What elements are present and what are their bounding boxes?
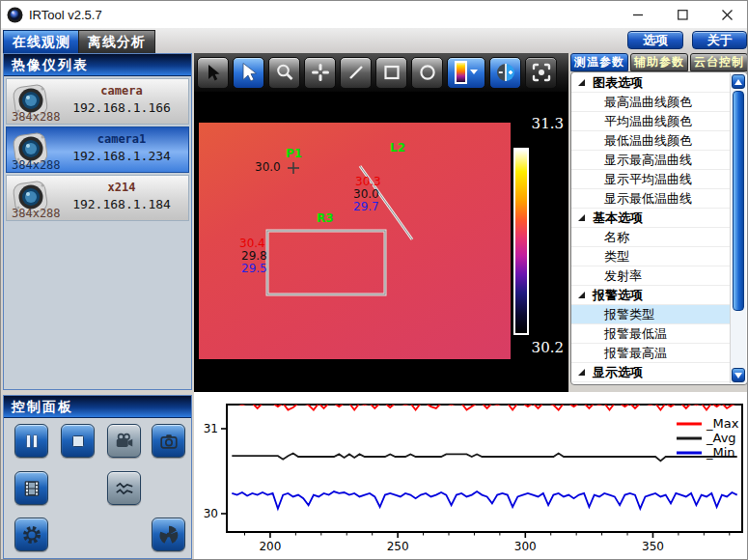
camera-list-panel: 热像仪列表 camera 192.168.1.166 384x288 bbox=[3, 53, 192, 390]
thermal-image[interactable]: P1 30.0 L2 30.3 30.0 29.7 R3 30.4 29.8 2… bbox=[199, 123, 511, 359]
scroll-down-button[interactable] bbox=[732, 368, 745, 382]
options-button[interactable]: 选项 bbox=[627, 31, 683, 49]
point-measure-button[interactable] bbox=[304, 57, 336, 89]
tree-item[interactable]: 最低温曲线颜色 bbox=[571, 131, 730, 151]
settings-gear-icon bbox=[20, 523, 43, 546]
about-button[interactable]: 关于 bbox=[692, 31, 747, 49]
ellipse-measure-button[interactable] bbox=[411, 57, 443, 89]
point-marker-temp: 30.0 bbox=[255, 161, 281, 173]
expanded-triangle-icon bbox=[578, 292, 585, 298]
window-title: IRTool v2.5.7 bbox=[29, 8, 102, 22]
tab-measure-params[interactable]: 测温参数 bbox=[570, 53, 628, 71]
tab-aux-params[interactable]: 辅助参数 bbox=[630, 53, 688, 71]
control-panel-header: 控制面板 bbox=[4, 396, 191, 418]
arrow-down-icon bbox=[734, 373, 742, 378]
line-measure-button[interactable] bbox=[340, 57, 372, 89]
video-file-icon bbox=[21, 478, 42, 499]
tree-item[interactable]: 报警类型 bbox=[571, 305, 730, 324]
tree-item[interactable]: 发射率 bbox=[571, 266, 730, 286]
rect-marker-min: 29.5 bbox=[241, 263, 267, 274]
maximize-icon bbox=[678, 10, 686, 18]
parameter-tree: 图表选项最高温曲线颜色平均温曲线颜色最低温曲线颜色显示最高温曲线显示平均温曲线显… bbox=[571, 73, 730, 384]
shutter-button[interactable] bbox=[152, 518, 185, 551]
snapshot-button[interactable] bbox=[152, 424, 185, 458]
tree-item[interactable]: 平均温曲线颜色 bbox=[571, 112, 730, 131]
svg-text:350: 350 bbox=[642, 540, 664, 553]
parameter-tree-box: 图表选项最高温曲线颜色平均温曲线颜色最低温曲线颜色显示最高温曲线显示平均温曲线显… bbox=[570, 71, 748, 385]
curve-chart-button[interactable] bbox=[107, 471, 141, 505]
arrow-up-icon bbox=[734, 79, 742, 85]
rect-measure-button[interactable] bbox=[375, 57, 407, 89]
contrast-button[interactable] bbox=[489, 57, 521, 89]
tree-group[interactable]: 图表选项 bbox=[571, 73, 730, 93]
line-marker-min: 29.7 bbox=[353, 201, 379, 212]
maximize-button[interactable] bbox=[660, 1, 705, 28]
auto-focus-button[interactable] bbox=[525, 57, 557, 89]
svg-text:_Max: _Max bbox=[706, 416, 739, 431]
pause-icon bbox=[22, 432, 42, 451]
black-arrow-select-button[interactable] bbox=[197, 57, 229, 89]
expanded-triangle-icon bbox=[578, 369, 585, 376]
camera-name: camera bbox=[55, 84, 188, 98]
scrollbar-thumb[interactable] bbox=[733, 91, 744, 311]
camera-name: x214 bbox=[55, 181, 188, 194]
expanded-triangle-icon bbox=[578, 214, 585, 221]
irtool-window: IRTool v2.5.7 在线观测 离线分析 选项 关于 热像仪列表 came… bbox=[0, 0, 748, 560]
settings-button[interactable] bbox=[14, 518, 48, 551]
temperature-colorbar bbox=[513, 148, 529, 335]
tree-group[interactable]: 显示选项 bbox=[571, 363, 730, 382]
stop-button[interactable] bbox=[61, 424, 95, 458]
auto-focus-icon bbox=[531, 62, 552, 83]
tree-item[interactable]: 显示最低温曲线 bbox=[571, 189, 730, 209]
zoom-tool-button[interactable] bbox=[268, 57, 300, 89]
camera-ip: 192.168.1.166 bbox=[55, 100, 188, 115]
tree-item[interactable]: 类型 bbox=[571, 247, 730, 266]
tree-item[interactable]: 文字大小 bbox=[571, 382, 730, 384]
tree-item[interactable]: 显示最高温曲线 bbox=[571, 151, 730, 170]
minimize-button[interactable] bbox=[616, 1, 660, 28]
app-lens-icon bbox=[7, 7, 23, 23]
palette-button[interactable] bbox=[447, 57, 485, 89]
rect-marker-label: R3 bbox=[317, 212, 334, 224]
camera-list-item-selected[interactable]: camera1 192.168.1.234 384x288 bbox=[6, 126, 189, 173]
rect-marker-max: 30.4 bbox=[239, 238, 265, 249]
svg-text:250: 250 bbox=[387, 540, 409, 553]
point-marker-label: P1 bbox=[286, 148, 302, 159]
close-icon bbox=[722, 10, 732, 19]
tree-item[interactable]: 名称 bbox=[571, 228, 730, 247]
tree-item[interactable]: 报警最低温 bbox=[571, 324, 730, 344]
record-video-button[interactable] bbox=[107, 424, 141, 458]
tab-online-observe[interactable]: 在线观测 bbox=[3, 30, 80, 53]
scroll-up-button[interactable] bbox=[732, 74, 745, 89]
tree-item[interactable]: 显示平均温曲线 bbox=[571, 170, 730, 189]
rect-tool-icon bbox=[382, 63, 402, 82]
tree-group[interactable]: 报警选项 bbox=[571, 286, 730, 305]
point-crosshair-icon bbox=[311, 63, 330, 82]
tree-item[interactable]: 最高温曲线颜色 bbox=[571, 93, 730, 112]
rect-marker-avg: 29.8 bbox=[241, 250, 267, 262]
pause-button[interactable] bbox=[14, 424, 48, 458]
camera-list-item[interactable]: x214 192.168.1.184 384x288 bbox=[6, 175, 189, 221]
svg-text:_Min: _Min bbox=[706, 445, 735, 460]
close-button[interactable] bbox=[705, 1, 748, 28]
tab-offline-analysis[interactable]: 离线分析 bbox=[78, 30, 155, 53]
expanded-triangle-icon bbox=[578, 79, 585, 86]
line-tool-icon bbox=[346, 63, 366, 82]
parameter-tab-strip: 测温参数 辅助参数 云台控制 bbox=[570, 53, 748, 71]
curve-chart-icon bbox=[114, 478, 135, 499]
white-arrow-select-button[interactable] bbox=[233, 57, 264, 89]
camera-ip: 192.168.1.184 bbox=[55, 197, 188, 211]
tree-group[interactable]: 基本选项 bbox=[571, 209, 730, 228]
camera-resolution: 384x288 bbox=[12, 207, 61, 220]
temperature-chart: 2002503003503031_Max_Avg_Min bbox=[194, 392, 748, 560]
video-file-button[interactable] bbox=[14, 471, 48, 505]
camera-name: camera1 bbox=[55, 132, 188, 146]
camera-resolution: 384x288 bbox=[12, 110, 61, 124]
title-bar: IRTool v2.5.7 bbox=[1, 1, 748, 28]
camera-list-item[interactable]: camera 192.168.1.166 384x288 bbox=[6, 78, 189, 125]
tree-item[interactable]: 报警最高温 bbox=[571, 344, 730, 363]
tree-scrollbar[interactable] bbox=[730, 73, 746, 383]
video-record-icon bbox=[114, 431, 135, 452]
tab-ptz-control[interactable]: 云台控制 bbox=[690, 53, 748, 71]
zoom-magnifier-icon bbox=[275, 63, 294, 82]
